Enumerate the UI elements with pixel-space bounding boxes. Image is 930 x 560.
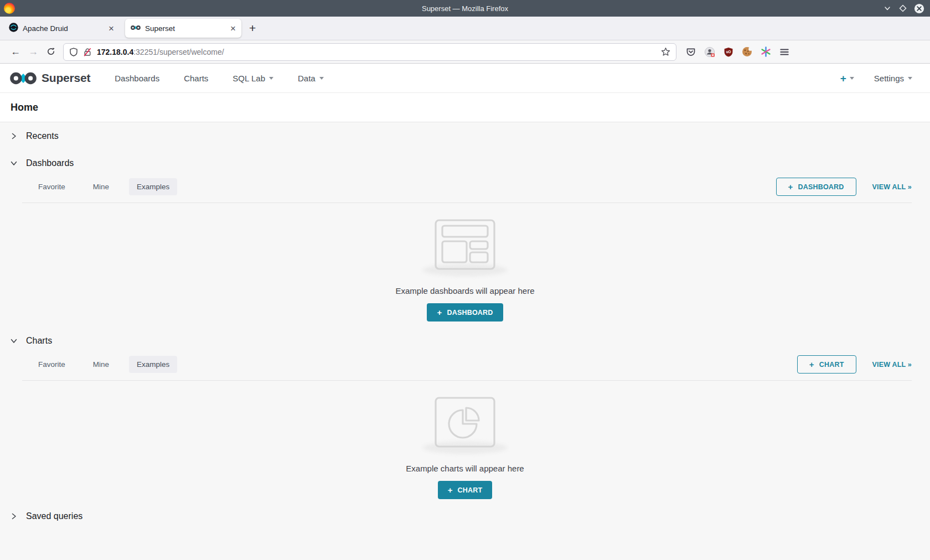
bookmark-star-icon[interactable] bbox=[661, 47, 670, 56]
add-chart-button[interactable]: + CHART bbox=[797, 355, 856, 374]
dashboards-subrow: Favorite Mine Examples + DASHBOARD VIEW … bbox=[0, 177, 930, 196]
section-dashboards[interactable]: Dashboards bbox=[0, 149, 930, 177]
settings-menu[interactable]: Settings bbox=[874, 74, 912, 83]
section-saved-queries[interactable]: Saved queries bbox=[0, 502, 930, 530]
view-all-charts-link[interactable]: VIEW ALL » bbox=[872, 361, 912, 369]
tab-favorite[interactable]: Favorite bbox=[30, 356, 73, 373]
charts-filter-tabs: Favorite Mine Examples bbox=[30, 356, 189, 373]
plus-icon: + bbox=[788, 183, 793, 191]
url-path: :32251/superset/welcome/ bbox=[133, 48, 224, 56]
window-title: Superset — Mozilla Firefox bbox=[0, 4, 930, 13]
cookie-icon[interactable] bbox=[742, 46, 752, 57]
section-title: Charts bbox=[26, 336, 52, 346]
superset-navbar: Superset Dashboards Charts SQL Lab Data … bbox=[0, 64, 930, 93]
ublock-icon[interactable]: uO bbox=[724, 47, 733, 57]
browser-tab-bar: Apache Druid × Superset × + bbox=[0, 17, 930, 40]
brand-name: Superset bbox=[42, 71, 90, 85]
menu-hamburger-icon[interactable] bbox=[779, 47, 789, 57]
chevron-down-icon bbox=[908, 77, 912, 80]
new-tab-button[interactable]: + bbox=[249, 22, 256, 35]
chevron-down-icon bbox=[850, 77, 854, 80]
tab-examples[interactable]: Examples bbox=[129, 356, 177, 373]
extension-disabled-icon[interactable] bbox=[704, 46, 715, 58]
page-header: Home bbox=[0, 93, 930, 122]
window-close-button[interactable] bbox=[914, 3, 924, 14]
section-recents[interactable]: Recents bbox=[0, 122, 930, 149]
firefox-icon bbox=[4, 3, 15, 14]
section-title: Recents bbox=[26, 131, 59, 141]
browser-tab-superset[interactable]: Superset × bbox=[125, 19, 241, 38]
tab-favorite[interactable]: Favorite bbox=[30, 178, 73, 195]
window-titlebar: Superset — Mozilla Firefox bbox=[0, 0, 930, 17]
superset-infinity-icon bbox=[10, 71, 37, 86]
add-chart-button-primary[interactable]: + CHART bbox=[438, 481, 493, 499]
section-title: Dashboards bbox=[26, 158, 74, 168]
nav-item-dashboards[interactable]: Dashboards bbox=[115, 74, 159, 83]
druid-favicon bbox=[9, 23, 18, 34]
plus-icon: + bbox=[448, 486, 453, 494]
dashboards-filter-tabs: Favorite Mine Examples bbox=[30, 178, 189, 195]
home-content: Recents Dashboards Favorite Mine Example… bbox=[0, 122, 930, 530]
privacy-asterisk-icon[interactable] bbox=[761, 46, 771, 57]
chevron-right-icon bbox=[10, 132, 18, 140]
view-all-dashboards-link[interactable]: VIEW ALL » bbox=[872, 183, 912, 191]
section-title: Saved queries bbox=[26, 511, 82, 521]
section-charts[interactable]: Charts bbox=[0, 327, 930, 354]
shield-icon[interactable] bbox=[69, 48, 78, 56]
tab-mine[interactable]: Mine bbox=[85, 356, 117, 373]
back-button[interactable]: ← bbox=[7, 46, 24, 58]
chevron-down-icon bbox=[10, 159, 18, 167]
page-title: Home bbox=[11, 102, 38, 113]
pocket-icon[interactable] bbox=[686, 47, 696, 57]
tab-close-icon[interactable]: × bbox=[230, 24, 236, 33]
chevron-right-icon bbox=[10, 512, 18, 520]
charts-subrow: Favorite Mine Examples + CHART VIEW ALL … bbox=[0, 354, 930, 374]
superset-favicon bbox=[131, 24, 141, 33]
chevron-down-icon bbox=[319, 77, 324, 80]
plus-icon: + bbox=[809, 360, 814, 369]
tab-close-icon[interactable]: × bbox=[108, 24, 114, 33]
browser-toolbar: ← → 172.18.0.4:32251/superset/welcome/ u… bbox=[0, 40, 930, 64]
superset-logo[interactable]: Superset bbox=[10, 71, 90, 86]
chevron-down-icon bbox=[10, 337, 18, 345]
nav-item-data[interactable]: Data bbox=[298, 74, 324, 83]
tab-title: Apache Druid bbox=[23, 24, 104, 33]
plus-icon: + bbox=[437, 308, 442, 317]
reload-button[interactable] bbox=[42, 46, 60, 58]
add-dashboard-button-primary[interactable]: + DASHBOARD bbox=[427, 303, 503, 322]
insecure-lock-icon[interactable] bbox=[83, 48, 92, 56]
forward-button[interactable]: → bbox=[24, 46, 42, 58]
charts-empty-state: Example charts will appear here + CHART bbox=[0, 381, 930, 499]
browser-tab-druid[interactable]: Apache Druid × bbox=[3, 19, 120, 38]
window-minimize-button[interactable] bbox=[883, 4, 892, 13]
empty-state-text: Example charts will appear here bbox=[406, 464, 524, 473]
url-host: 172.18.0.4 bbox=[97, 48, 133, 56]
chart-empty-icon bbox=[434, 396, 496, 448]
tab-title: Superset bbox=[145, 24, 226, 33]
add-dashboard-button[interactable]: + DASHBOARD bbox=[776, 178, 856, 196]
tab-mine[interactable]: Mine bbox=[85, 178, 117, 195]
svg-text:uO: uO bbox=[726, 50, 731, 54]
dashboards-empty-state: Example dashboards will appear here + DA… bbox=[0, 203, 930, 322]
dashboard-empty-icon bbox=[434, 219, 496, 271]
empty-state-text: Example dashboards will appear here bbox=[396, 286, 535, 295]
url-bar[interactable]: 172.18.0.4:32251/superset/welcome/ bbox=[63, 43, 676, 61]
nav-item-charts[interactable]: Charts bbox=[184, 74, 208, 83]
window-maximize-button[interactable] bbox=[898, 4, 907, 13]
url-text: 172.18.0.4:32251/superset/welcome/ bbox=[97, 48, 224, 56]
plus-icon: + bbox=[840, 73, 846, 84]
chevron-down-icon bbox=[269, 77, 273, 80]
new-item-menu[interactable]: + bbox=[840, 73, 854, 84]
nav-item-sql-lab[interactable]: SQL Lab bbox=[232, 74, 273, 83]
tab-examples[interactable]: Examples bbox=[129, 178, 177, 195]
